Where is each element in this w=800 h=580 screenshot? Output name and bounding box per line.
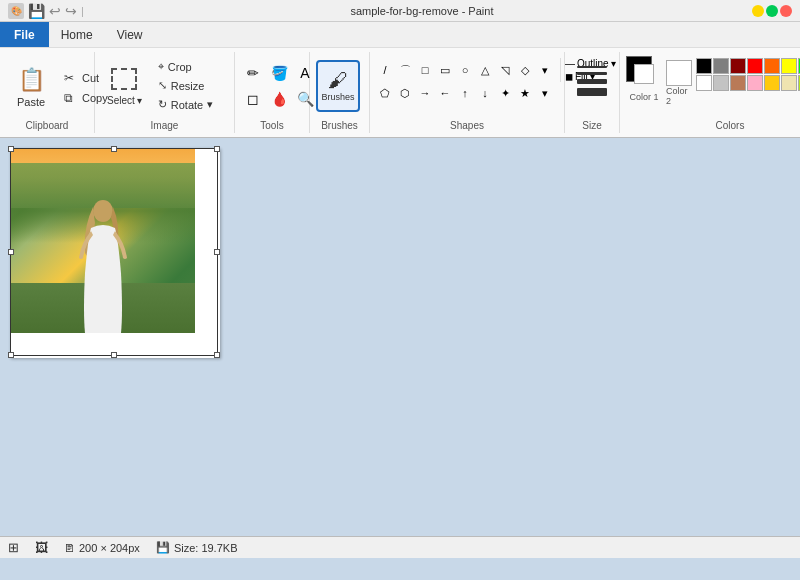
color-gold[interactable]: [764, 75, 780, 91]
main-content: ⊞ 🖼 🖹 200 × 204px 💾 Size: 19.7KB: [0, 138, 800, 558]
triangle-shape[interactable]: △: [476, 61, 494, 79]
view-icon[interactable]: ⊞: [8, 540, 19, 555]
color-brown[interactable]: [730, 75, 746, 91]
person-silhouette: [63, 193, 143, 333]
view-menu[interactable]: View: [105, 22, 155, 47]
line-sizes: [573, 62, 611, 100]
size-label: Size: [565, 118, 619, 133]
resize-button[interactable]: ⤡ Resize: [152, 77, 219, 94]
size-item: 💾 Size: 19.7KB: [156, 541, 238, 554]
tools-group: ✏ 🪣 A ◻ 🩸 🔍 Tools: [235, 52, 310, 133]
more-shapes-2[interactable]: ▾: [536, 84, 554, 102]
minimize-btn[interactable]: [752, 5, 764, 17]
view-icon-item: ⊞: [8, 540, 19, 555]
canvas-icon: 🖼: [35, 540, 48, 555]
fill-tool[interactable]: 🪣: [267, 61, 291, 85]
handle-tr[interactable]: [214, 146, 220, 152]
up-arrow-shape[interactable]: ↑: [456, 84, 474, 102]
canvas-image: [10, 148, 195, 333]
pencil-tool[interactable]: ✏: [241, 61, 265, 85]
tools-label: Tools: [235, 118, 309, 133]
brush-icon: 🖌: [328, 69, 348, 92]
color2-container: Color 2: [666, 60, 692, 106]
brushes-label: Brushes: [321, 92, 354, 102]
more-shapes[interactable]: ▾: [536, 61, 554, 79]
rotate-button[interactable]: ↻ Rotate ▾: [152, 96, 219, 113]
paste-label: Paste: [17, 96, 45, 108]
menu-bar: File Home View: [0, 22, 800, 48]
crop-button[interactable]: ⌖ Crop: [152, 58, 219, 75]
ribbon: 📋 Paste ✂ Cut ⧉ Copy Clipboard: [0, 48, 800, 138]
down-arrow-shape[interactable]: ↓: [476, 84, 494, 102]
color-orange[interactable]: [764, 58, 780, 74]
color-red[interactable]: [747, 58, 763, 74]
clipboard-label: Clipboard: [0, 118, 94, 133]
color-cream[interactable]: [781, 75, 797, 91]
color-lightgray[interactable]: [713, 75, 729, 91]
home-menu[interactable]: Home: [49, 22, 105, 47]
star4-shape[interactable]: ✦: [496, 84, 514, 102]
image-buttons: ⌖ Crop ⤡ Resize ↻ Rotate ▾: [152, 58, 219, 113]
line-shape[interactable]: /: [376, 61, 394, 79]
app-icon: 🎨: [8, 3, 24, 19]
file-menu[interactable]: File: [0, 22, 49, 47]
cut-icon: ✂: [64, 71, 78, 85]
right-triangle-shape[interactable]: ◹: [496, 61, 514, 79]
line-size-3[interactable]: [577, 79, 607, 84]
dimensions-item: 🖹 200 × 204px: [64, 542, 140, 554]
title-bar-quick-access: 🎨 💾 ↩ ↪ |: [8, 3, 84, 19]
maximize-btn[interactable]: [766, 5, 778, 17]
line-size-1[interactable]: [577, 66, 607, 68]
color1-button[interactable]: [626, 56, 662, 92]
undo-quick-btn[interactable]: ↩: [49, 3, 61, 19]
save-quick-btn[interactable]: 💾: [28, 3, 45, 19]
paste-button[interactable]: 📋 Paste: [6, 61, 56, 111]
star5-shape[interactable]: ★: [516, 84, 534, 102]
status-bar: ⊞ 🖼 🖹 200 × 204px 💾 Size: 19.7KB: [0, 536, 800, 558]
svg-point-0: [93, 200, 113, 222]
brushes-button[interactable]: 🖌 Brushes: [316, 60, 360, 112]
diamond-shape[interactable]: ◇: [516, 61, 534, 79]
line-size-4[interactable]: [577, 88, 607, 96]
left-arrow-shape[interactable]: ←: [436, 84, 454, 102]
file-size: Size: 19.7KB: [174, 542, 238, 554]
close-btn[interactable]: [780, 5, 792, 17]
select-rect-icon: [111, 68, 137, 90]
eraser-tool[interactable]: ◻: [241, 87, 265, 111]
brushes-group: 🖌 Brushes Brushes: [310, 52, 370, 133]
curve-shape[interactable]: ⌒: [396, 61, 414, 79]
size-group: Size: [565, 52, 620, 133]
redo-quick-btn[interactable]: ↪: [65, 3, 77, 19]
paste-icon: 📋: [15, 64, 47, 96]
rect-shape[interactable]: □: [416, 61, 434, 79]
color2-label: Color 2: [666, 86, 692, 106]
select-button[interactable]: Select ▾: [101, 63, 148, 108]
palette-row2: [696, 75, 800, 91]
ellipse-shape[interactable]: ○: [456, 61, 474, 79]
right-arrow-shape[interactable]: →: [416, 84, 434, 102]
rounded-rect-shape[interactable]: ▭: [436, 61, 454, 79]
handle-mr[interactable]: [214, 249, 220, 255]
image-group-label: Image: [95, 118, 234, 133]
color-gray[interactable]: [713, 58, 729, 74]
pentagon-shape[interactable]: ⬠: [376, 84, 394, 102]
rotate-icon: ↻: [158, 98, 167, 111]
color-yellow[interactable]: [781, 58, 797, 74]
color-white[interactable]: [696, 75, 712, 91]
rotate-label: Rotate: [171, 99, 203, 111]
shapes-label: Shapes: [370, 118, 564, 133]
canvas-white-space: [10, 333, 220, 358]
color2-button[interactable]: [666, 60, 692, 86]
line-size-2[interactable]: [577, 72, 607, 75]
size-separator: 💾: [156, 541, 170, 554]
color-darkred[interactable]: [730, 58, 746, 74]
eyedropper-tool[interactable]: 🩸: [267, 87, 291, 111]
color-pink[interactable]: [747, 75, 763, 91]
hexagon-shape[interactable]: ⬡: [396, 84, 414, 102]
color-black[interactable]: [696, 58, 712, 74]
color1-container: Color 1: [626, 56, 662, 102]
color-palette: [696, 58, 800, 91]
window-title: sample-for-bg-remove - Paint: [92, 5, 752, 17]
canvas-dimensions: 200 × 204px: [79, 542, 140, 554]
canvas-area[interactable]: [0, 138, 800, 558]
